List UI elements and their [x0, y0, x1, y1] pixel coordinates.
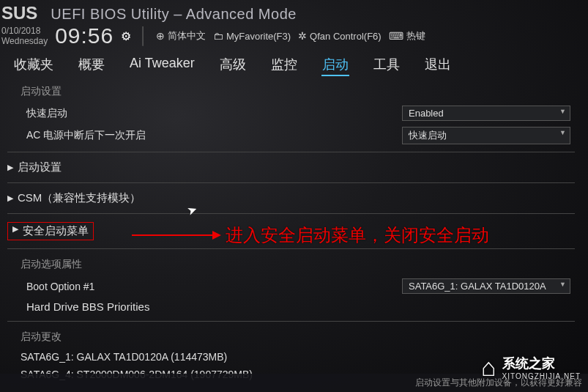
section-boot-option-prop: 启动选项属性	[0, 254, 582, 275]
page-title: UEFI BIOS Utility – Advanced Mode	[51, 6, 297, 23]
row-boot-option-1[interactable]: Boot Option #1 SATA6G_1: GALAX TA1D0120A	[0, 275, 582, 297]
section-boot-change: 启动更改	[0, 326, 582, 348]
hdd-bbs-label: Hard Drive BBS Priorities	[26, 300, 149, 313]
secure-boot-label: 安全启动菜单	[23, 224, 89, 238]
divider	[7, 152, 575, 152]
brand-logo: SUS	[1, 3, 37, 23]
keyboard-icon: ⌨	[389, 30, 403, 42]
weekday-text: Wednesday	[1, 36, 48, 46]
myfavorite-button[interactable]: 🗀 MyFavorite(F3)	[213, 30, 291, 42]
divider	[7, 321, 575, 322]
ac-loss-dropdown[interactable]: 快速启动	[402, 127, 570, 144]
tab-exit[interactable]: 退出	[424, 54, 452, 76]
main-tabs: 收藏夹 概要 Ai Tweaker 高级 监控 启动 工具 退出	[13, 54, 582, 76]
ac-loss-label: AC 电源中断后下一次开启	[26, 129, 402, 142]
chevron-right-icon: ▶	[7, 193, 13, 203]
date-block: 0/10/2018 Wednesday	[1, 26, 48, 46]
tab-main[interactable]: 概要	[78, 54, 105, 76]
watermark-sub: XITONGZHIJIA.NET	[502, 372, 581, 380]
boot-option-1-label: Boot Option #1	[26, 281, 402, 292]
section-boot-config: 启动设置	[0, 81, 582, 103]
tab-boot[interactable]: 启动	[321, 54, 349, 76]
separator-icon: │	[138, 26, 149, 45]
language-button[interactable]: ⊕ 简体中文	[156, 29, 206, 42]
clock-time: 09:56	[55, 23, 113, 48]
tab-advanced[interactable]: 高级	[219, 54, 247, 76]
submenu-csm[interactable]: ▶ CSM（兼容性支持模块）	[0, 188, 582, 209]
divider	[7, 182, 575, 183]
qfan-label: Qfan Control(F6)	[310, 31, 382, 42]
hotkey-label: 热键	[406, 29, 425, 42]
tab-aitweaker[interactable]: Ai Tweaker	[129, 54, 196, 76]
boot-page: 启动设置 快速启动 Enabled AC 电源中断后下一次开启 快速启动 ▶ 启…	[0, 81, 582, 383]
submenu-hdd-bbs[interactable]: Hard Drive BBS Priorities	[0, 297, 582, 317]
fastboot-dropdown[interactable]: Enabled	[402, 106, 570, 121]
tab-favorites[interactable]: 收藏夹	[13, 54, 54, 76]
folder-icon: 🗀	[213, 30, 223, 42]
chevron-right-icon: ▶	[12, 224, 18, 238]
chevron-right-icon: ▶	[7, 163, 13, 172]
boot-config-label: 启动设置	[18, 160, 62, 174]
tab-tool[interactable]: 工具	[373, 54, 401, 76]
date-text: 0/10/2018	[1, 26, 48, 36]
divider	[7, 248, 575, 249]
watermark: ⌂ 系统之家 XITONGZHIJIA.NET	[481, 353, 581, 382]
qfan-button[interactable]: ✲ Qfan Control(F6)	[298, 30, 382, 42]
watermark-main: 系统之家	[502, 355, 581, 372]
gear-icon[interactable]: ⚙	[121, 29, 131, 43]
row-fastboot[interactable]: 快速启动 Enabled	[0, 103, 582, 124]
submenu-secure-boot[interactable]: ▶ 安全启动菜单	[0, 218, 582, 244]
myfavorite-label: MyFavorite(F3)	[226, 31, 291, 42]
csm-label: CSM（兼容性支持模块）	[18, 191, 141, 205]
fastboot-label: 快速启动	[26, 107, 402, 120]
house-icon: ⌂	[481, 353, 496, 382]
fan-icon: ✲	[298, 30, 307, 42]
row-ac-loss[interactable]: AC 电源中断后下一次开启 快速启动	[0, 124, 582, 147]
submenu-boot-config[interactable]: ▶ 启动设置	[0, 157, 582, 178]
globe-icon: ⊕	[156, 30, 165, 42]
divider	[7, 213, 575, 214]
boot-option-1-dropdown[interactable]: SATA6G_1: GALAX TA1D0120A	[402, 278, 570, 294]
hotkey-button[interactable]: ⌨ 热键	[389, 29, 425, 42]
tab-monitor[interactable]: 监控	[270, 54, 298, 76]
language-label: 简体中文	[168, 29, 206, 42]
